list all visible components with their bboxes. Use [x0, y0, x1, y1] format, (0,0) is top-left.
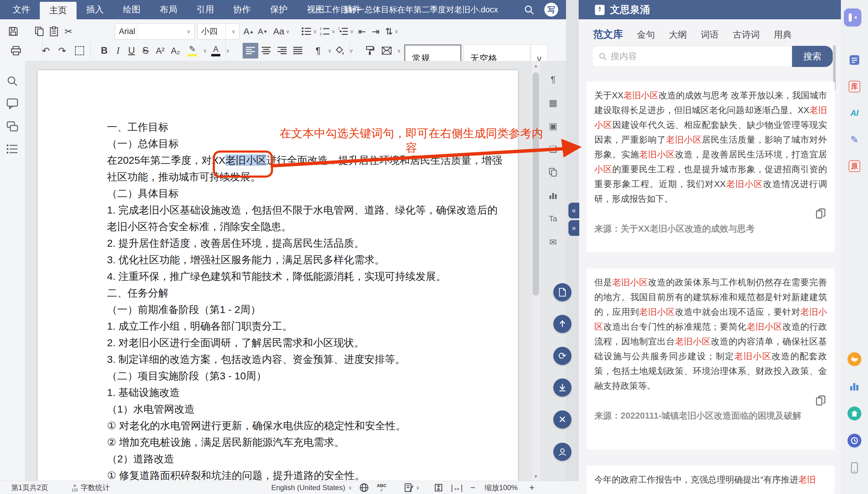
align-right-button[interactable]: [274, 46, 290, 55]
notes-tool-icon[interactable]: [848, 54, 861, 66]
text-tool-icon[interactable]: Ta: [546, 212, 560, 226]
outline-icon[interactable]: [7, 144, 18, 154]
shading-button[interactable]: [332, 46, 348, 55]
redo-button[interactable]: ↷: [54, 46, 70, 56]
shrink-font-button[interactable]: A▼: [256, 27, 270, 36]
history-app-icon[interactable]: [848, 434, 861, 448]
material-library-icon[interactable]: 库: [848, 80, 861, 93]
panel-expand-tab[interactable]: »: [568, 220, 579, 236]
panel-tab-3[interactable]: 大纲: [669, 28, 687, 41]
menu-tab-1[interactable]: 文件: [3, 0, 40, 19]
envelope-frame-button[interactable]: [378, 47, 395, 55]
numbered-list-button[interactable]: 12∨: [318, 27, 337, 36]
select-tool-button[interactable]: [71, 46, 88, 55]
justify-button[interactable]: [290, 46, 305, 55]
spellcheck-icon[interactable]: ABC✓: [377, 481, 387, 494]
underline-button[interactable]: U: [124, 45, 139, 56]
panel-tab-2[interactable]: 金句: [637, 28, 655, 41]
font-color-button[interactable]: A: [207, 45, 224, 56]
scrollbar-thumb[interactable]: [533, 72, 539, 296]
align-center-button[interactable]: [258, 46, 274, 55]
format-painter-button[interactable]: [362, 46, 378, 56]
bold-button[interactable]: B: [97, 45, 112, 56]
language-selector[interactable]: English (United States)∨: [271, 481, 352, 494]
zoom-in-button[interactable]: +: [529, 481, 535, 494]
panel-search-button[interactable]: 搜索: [792, 46, 833, 67]
panel-tab-4[interactable]: 词语: [701, 28, 719, 41]
copy-tool-icon[interactable]: [546, 165, 560, 179]
docer-app-icon[interactable]: [848, 352, 861, 366]
pen-tool-icon[interactable]: ✎: [848, 133, 861, 146]
review-icon[interactable]: [7, 121, 18, 132]
menu-tab-2[interactable]: 主页: [40, 2, 77, 19]
paragraph-tool-icon[interactable]: ¶: [546, 72, 560, 86]
menu-tab-5[interactable]: 布局: [150, 0, 187, 19]
ai-writer-badge[interactable]: 写: [544, 3, 558, 17]
comment-icon[interactable]: [7, 98, 18, 109]
ai-tool-icon[interactable]: AI: [848, 107, 861, 119]
reference-card[interactable]: 但是老旧小区改造的政策体系与工作机制仍然存在需要完善的地方。我国目前所有的建筑标…: [587, 268, 835, 449]
document-scrollbar[interactable]: ▲ ▼: [532, 61, 540, 481]
fullscreen-icon[interactable]: [434, 481, 443, 494]
source-doc-icon[interactable]: 原: [848, 160, 861, 172]
globe-icon[interactable]: [359, 481, 369, 494]
panel-tab-5[interactable]: 古诗词: [733, 28, 760, 41]
highlight-color-button[interactable]: ✎: [183, 45, 202, 56]
menu-tab-8[interactable]: 保护: [260, 0, 297, 19]
table-tool-icon[interactable]: ▦: [546, 96, 560, 110]
copy-button[interactable]: [32, 26, 47, 37]
italic-button[interactable]: I: [112, 45, 124, 56]
mail-tool-icon[interactable]: ✉: [546, 235, 560, 249]
copy-icon[interactable]: [815, 395, 826, 406]
reference-card[interactable]: 关于XX老旧小区改造的成效与思考 改革开放以来，我国城市建设取得长足进步，但旧城…: [587, 81, 835, 252]
scroll-down-arrow[interactable]: ▼: [532, 472, 540, 481]
menu-tab-3[interactable]: 插入: [77, 0, 113, 19]
upload-float-button[interactable]: [553, 315, 571, 333]
bullet-list-button[interactable]: ∨: [300, 27, 318, 36]
close-float-button[interactable]: ✕: [553, 411, 571, 429]
superscript-button[interactable]: A²: [153, 46, 167, 56]
search-icon[interactable]: [524, 4, 535, 15]
font-size-select[interactable]: 小四∨: [197, 23, 239, 39]
line-spacing-button[interactable]: ⇅∨: [382, 27, 401, 36]
account-float-button[interactable]: [553, 443, 571, 461]
zoom-level[interactable]: 缩放100%: [485, 481, 517, 494]
document-text[interactable]: 一、工作目标（一）总体目标在2025年第二季度，对XX老旧小区进行全面改造，提升…: [107, 119, 529, 484]
print-button[interactable]: [0, 46, 32, 56]
fit-width-icon[interactable]: |↔|: [451, 481, 463, 494]
stats-app-icon[interactable]: [848, 379, 861, 393]
multilevel-list-button[interactable]: 1∨: [337, 27, 355, 36]
edit-mode-button[interactable]: ∨: [405, 481, 419, 494]
word-count-button[interactable]: ≡123 字数统计: [72, 481, 110, 494]
menu-tab-4[interactable]: 绘图: [113, 0, 150, 19]
increase-indent-button[interactable]: ⇥: [369, 27, 382, 36]
collapse-panel-button[interactable]: [844, 8, 861, 26]
undo-button[interactable]: ↶: [38, 46, 54, 56]
chart-tool-icon[interactable]: [546, 189, 560, 202]
menu-tab-7[interactable]: 协作: [224, 0, 260, 19]
new-doc-float-button[interactable]: [553, 283, 571, 301]
panel-collapse-tab[interactable]: «: [568, 203, 579, 218]
mobile-app-icon[interactable]: [848, 461, 861, 475]
align-left-button[interactable]: [243, 43, 258, 58]
sync-float-button[interactable]: ⟳: [553, 347, 571, 365]
font-name-select[interactable]: Arial∨: [115, 23, 194, 39]
paste-button[interactable]: [47, 26, 61, 37]
strikethrough-button[interactable]: S: [139, 45, 153, 56]
copy-icon[interactable]: [815, 208, 826, 219]
paragraph-mark-button[interactable]: ¶: [310, 46, 326, 56]
download-float-button[interactable]: [553, 379, 571, 397]
menu-tab-6[interactable]: 引用: [187, 0, 224, 19]
find-icon[interactable]: [7, 75, 18, 87]
decrease-indent-button[interactable]: ⇤: [355, 27, 369, 36]
grow-font-button[interactable]: A▲: [242, 26, 256, 37]
subscript-button[interactable]: A₂: [168, 46, 183, 56]
change-case-button[interactable]: Aa: [270, 26, 288, 37]
zoom-out-button[interactable]: −: [470, 481, 476, 494]
panel-tab-1[interactable]: 范文库: [593, 28, 623, 41]
reference-card[interactable]: 今年的政府工作报告中，克强总理明确提出“有序推进老旧: [587, 466, 835, 494]
panel-search-input[interactable]: 搜内容: [592, 46, 792, 67]
scroll-up-arrow[interactable]: ▲: [532, 61, 540, 70]
save-button[interactable]: [0, 26, 27, 37]
home-app-icon[interactable]: [848, 406, 861, 420]
